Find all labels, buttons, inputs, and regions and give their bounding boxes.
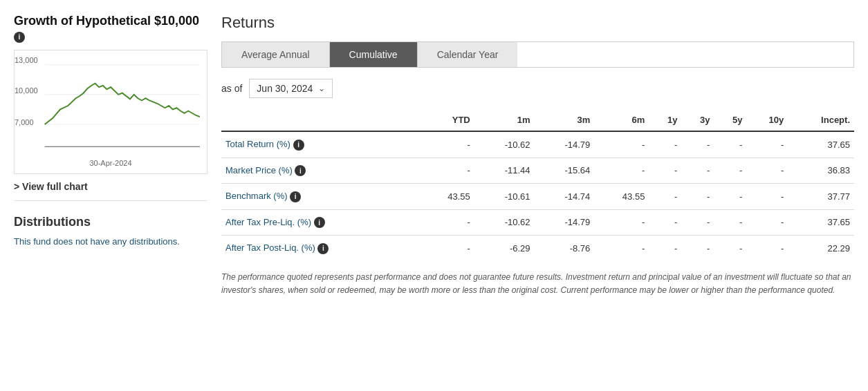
tab-average-annual[interactable]: Average Annual xyxy=(222,42,330,67)
distributions-title: Distributions xyxy=(14,215,207,229)
row-label-3: After Tax Pre-Liq. (%) i xyxy=(221,209,420,236)
row-info-icon[interactable]: i xyxy=(295,165,306,176)
col-header-1m: 1m xyxy=(474,109,535,131)
cell-r3-c3: - xyxy=(594,209,649,236)
cell-r4-c4: - xyxy=(649,236,681,261)
tabs-container: Average Annual Cumulative Calendar Year xyxy=(221,41,854,68)
col-header-10y: 10y xyxy=(746,109,788,131)
cell-r1-c2: -15.64 xyxy=(535,158,595,184)
cell-r3-c6: - xyxy=(714,209,746,236)
col-header-5y: 5y xyxy=(714,109,746,131)
cell-r4-c5: - xyxy=(681,236,714,261)
cell-r0-c6: - xyxy=(714,131,746,158)
row-label-0: Total Return (%) i xyxy=(221,131,420,158)
date-value: Jun 30, 2024 xyxy=(257,83,313,94)
cell-r1-c1: -11.44 xyxy=(474,158,535,184)
distributions-section: Distributions This fund does not have an… xyxy=(14,215,207,247)
cell-r2-c7: - xyxy=(746,184,788,210)
cell-r0-c7: - xyxy=(746,131,788,158)
col-header-6m: 6m xyxy=(594,109,649,131)
row-label-1: Market Price (%) i xyxy=(221,158,420,184)
cell-r0-c4: - xyxy=(649,131,681,158)
chart-label-10000: 10,000 xyxy=(15,86,38,95)
cell-r1-c7: - xyxy=(746,158,788,184)
cell-r4-c7: - xyxy=(746,236,788,261)
cell-r4-c3: - xyxy=(594,236,649,261)
cell-r1-c0: - xyxy=(420,158,474,184)
cell-r1-c8: 36.83 xyxy=(788,158,854,184)
col-header-ytd: YTD xyxy=(420,109,474,131)
cell-r3-c4: - xyxy=(649,209,681,236)
table-row: After Tax Pre-Liq. (%) i--10.62-14.79---… xyxy=(221,209,854,236)
chart-svg xyxy=(21,57,200,154)
chart-area: 13,000 10,000 7,000 30-Apr-2024 xyxy=(14,50,207,174)
returns-title: Returns xyxy=(221,14,854,32)
cell-r3-c0: - xyxy=(420,209,474,236)
chart-label-13000: 13,000 xyxy=(15,56,38,64)
returns-table: YTD 1m 3m 6m 1y 3y 5y 10y Incept. Total … xyxy=(221,109,854,261)
table-row: After Tax Post-Liq. (%) i--6.29-8.76----… xyxy=(221,236,854,261)
as-of-label: as of xyxy=(221,83,242,94)
cell-r1-c4: - xyxy=(649,158,681,184)
cell-r2-c2: -14.74 xyxy=(535,184,595,210)
row-info-icon[interactable]: i xyxy=(293,140,304,151)
col-header-3y: 3y xyxy=(681,109,714,131)
cell-r2-c5: - xyxy=(681,184,714,210)
cell-r3-c7: - xyxy=(746,209,788,236)
date-selector[interactable]: Jun 30, 2024 ⌄ xyxy=(249,79,333,98)
chart-label-7000: 7,000 xyxy=(15,118,34,126)
col-header-label xyxy=(221,109,420,131)
row-label-4: After Tax Post-Liq. (%) i xyxy=(221,236,420,261)
cell-r4-c8: 22.29 xyxy=(788,236,854,261)
cell-r2-c0: 43.55 xyxy=(420,184,474,210)
chart-title-info-icon[interactable]: i xyxy=(14,32,25,43)
chevron-down-icon: ⌄ xyxy=(318,84,325,93)
cell-r3-c1: -10.62 xyxy=(474,209,535,236)
table-row: Benchmark (%) i43.55-10.61-14.7443.55---… xyxy=(221,184,854,210)
cell-r0-c1: -10.62 xyxy=(474,131,535,158)
table-row: Market Price (%) i--11.44-15.64-----36.8… xyxy=(221,158,854,184)
cell-r4-c1: -6.29 xyxy=(474,236,535,261)
table-header-row: YTD 1m 3m 6m 1y 3y 5y 10y Incept. xyxy=(221,109,854,131)
chart-title: Growth of Hypothetical $10,000 i xyxy=(14,14,207,43)
cell-r1-c5: - xyxy=(681,158,714,184)
row-label-2: Benchmark (%) i xyxy=(221,184,420,210)
chart-date: 30-Apr-2024 xyxy=(21,159,200,167)
cell-r2-c1: -10.61 xyxy=(474,184,535,210)
row-info-icon[interactable]: i xyxy=(314,217,325,228)
col-header-3m: 3m xyxy=(535,109,595,131)
cell-r2-c8: 37.77 xyxy=(788,184,854,210)
chart-title-text: Growth of Hypothetical $10,000 xyxy=(14,14,199,28)
right-panel: Returns Average Annual Cumulative Calend… xyxy=(221,14,854,297)
cell-r4-c2: -8.76 xyxy=(535,236,595,261)
row-info-icon[interactable]: i xyxy=(317,243,329,254)
col-header-1y: 1y xyxy=(649,109,681,131)
cell-r3-c2: -14.79 xyxy=(535,209,595,236)
tab-cumulative[interactable]: Cumulative xyxy=(330,42,418,67)
cell-r2-c6: - xyxy=(714,184,746,210)
cell-r2-c4: - xyxy=(649,184,681,210)
cell-r0-c5: - xyxy=(681,131,714,158)
cell-r0-c3: - xyxy=(594,131,649,158)
date-row: as of Jun 30, 2024 ⌄ xyxy=(221,79,854,98)
distributions-text: This fund does not have any distribution… xyxy=(14,236,207,247)
cell-r4-c0: - xyxy=(420,236,474,261)
cell-r0-c0: - xyxy=(420,131,474,158)
cell-r1-c6: - xyxy=(714,158,746,184)
cell-r0-c2: -14.79 xyxy=(535,131,595,158)
cell-r2-c3: 43.55 xyxy=(594,184,649,210)
cell-r4-c6: - xyxy=(714,236,746,261)
table-row: Total Return (%) i--10.62-14.79-----37.6… xyxy=(221,131,854,158)
disclaimer-text: The performance quoted represents past p… xyxy=(221,271,854,297)
tab-calendar-year[interactable]: Calendar Year xyxy=(418,42,518,67)
cell-r1-c3: - xyxy=(594,158,649,184)
col-header-incept: Incept. xyxy=(788,109,854,131)
cell-r0-c8: 37.65 xyxy=(788,131,854,158)
left-panel: Growth of Hypothetical $10,000 i 13,000 … xyxy=(14,14,207,297)
cell-r3-c5: - xyxy=(681,209,714,236)
view-full-chart-link[interactable]: View full chart xyxy=(14,181,207,201)
row-info-icon[interactable]: i xyxy=(290,191,301,202)
cell-r3-c8: 37.65 xyxy=(788,209,854,236)
